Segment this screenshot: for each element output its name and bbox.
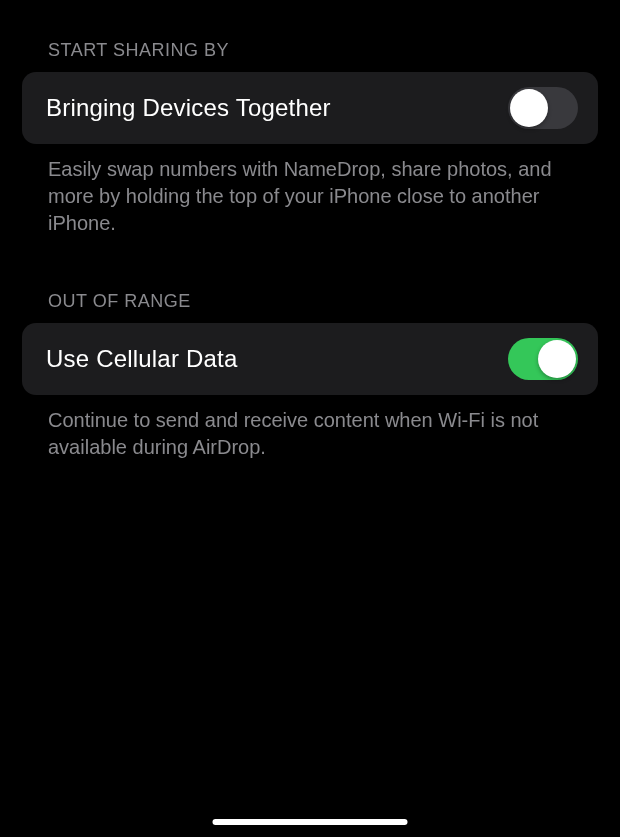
settings-list: START SHARING BY Bringing Devices Togeth… [0,0,620,461]
cell-use-cellular-data[interactable]: Use Cellular Data [22,323,598,395]
section-gap [22,237,598,291]
section-footer-start-sharing: Easily swap numbers with NameDrop, share… [48,156,572,237]
toggle-use-cellular-data[interactable] [508,338,578,380]
cell-bringing-devices-together[interactable]: Bringing Devices Together [22,72,598,144]
toggle-knob [538,340,576,378]
section-header-start-sharing: START SHARING BY [48,40,598,61]
home-indicator[interactable] [213,819,408,825]
cell-label: Use Cellular Data [46,345,237,373]
section-footer-out-of-range: Continue to send and receive content whe… [48,407,572,461]
cell-label: Bringing Devices Together [46,94,331,122]
section-header-out-of-range: OUT OF RANGE [48,291,598,312]
toggle-bringing-devices-together[interactable] [508,87,578,129]
toggle-knob [510,89,548,127]
